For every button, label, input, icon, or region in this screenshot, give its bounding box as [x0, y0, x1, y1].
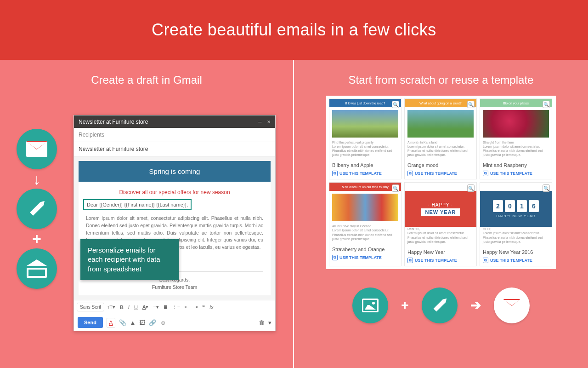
- template-caption: Straight from the farmLorem ipsum dolor …: [480, 140, 552, 160]
- more-icon[interactable]: ▾: [268, 319, 271, 326]
- template-card[interactable]: 🔍2016HAPPY NEW YEARHi <>,Lorem ipsum dol…: [480, 182, 552, 266]
- template-strip: 50% discount on our trips to Italy: [329, 183, 401, 191]
- template-strip: Bio on your plates: [480, 99, 552, 107]
- zoom-icon[interactable]: 🔍: [543, 101, 550, 108]
- arrow-down-icon: ↓: [33, 171, 41, 187]
- emoji-icon[interactable]: ☺: [160, 319, 166, 326]
- use-template-button[interactable]: ⧉USE THIS TEMPLATE: [329, 171, 401, 179]
- template-thumb: [407, 110, 474, 138]
- copy-icon: ⧉: [483, 171, 488, 176]
- image-insert-icon[interactable]: 🖼: [139, 319, 145, 326]
- template-grid: 🔍If it was just down the road?Find the p…: [326, 96, 556, 269]
- newsletter-heading: Spring is coming: [79, 161, 271, 182]
- template-card[interactable]: 🔍Bio on your platesStraight from the far…: [480, 98, 552, 179]
- workflow-steps: ↓ +: [14, 129, 60, 289]
- compose-title: Newsletter at Furniture store: [79, 119, 148, 125]
- page-title: Create beautiful emails in a few clicks: [152, 20, 436, 40]
- merge-token-greeting: Dear {{Gender}} {{First name}} {{Last na…: [83, 199, 192, 210]
- use-template-button[interactable]: ⧉USE THIS TEMPLATE: [405, 171, 476, 179]
- use-template-button[interactable]: ⧉USE THIS TEMPLATE: [405, 258, 476, 266]
- plus-icon: +: [32, 231, 41, 247]
- align-icon[interactable]: ≡▾: [151, 303, 160, 311]
- recipients-field[interactable]: Recipients: [74, 128, 275, 142]
- indent-left-icon[interactable]: ⇤: [183, 303, 191, 311]
- send-bar: Send A 📎 ▲ 🖼 🔗 ☺ 🗑 ▾: [74, 314, 275, 331]
- formatting-toolbar: Sans Serif тT▾ B I U A▾ ≡▾ ≣ ⋮≡ ⇤ ⇥ ❝ Ix: [74, 300, 275, 314]
- font-family-select[interactable]: Sans Serif: [77, 303, 104, 311]
- template-strip: [405, 183, 476, 191]
- personalize-callout: Personalize emails for each recipient wi…: [80, 239, 179, 280]
- compose-titlebar[interactable]: Newsletter at Furniture store – ×: [74, 115, 275, 128]
- left-column: Create a draft in Gmail ↓ + Newsletter a…: [0, 60, 294, 368]
- edit-icon: [422, 288, 458, 323]
- template-strip: What about going on a jaunt?: [405, 99, 476, 107]
- arrow-right-icon: ➔: [470, 298, 481, 313]
- numbered-list-icon[interactable]: ≣: [162, 303, 170, 311]
- copy-icon: ⧉: [332, 255, 338, 260]
- template-strip: [480, 183, 552, 191]
- template-name: Happy New Year 2016: [480, 247, 552, 258]
- use-template-button[interactable]: ⧉USE THIS TEMPLATE: [480, 171, 552, 179]
- content: Create a draft in Gmail ↓ + Newsletter a…: [0, 60, 588, 368]
- template-card[interactable]: 🔍If it was just down the road?Find the p…: [329, 98, 401, 179]
- edit-icon: [17, 189, 57, 229]
- font-style-icon[interactable]: A: [107, 318, 115, 328]
- minimize-icon[interactable]: –: [258, 118, 261, 125]
- zoom-icon[interactable]: 🔍: [467, 184, 475, 192]
- template-thumb: [332, 194, 398, 221]
- template-name: Orange mood: [405, 160, 476, 171]
- template-thumb: [332, 110, 398, 138]
- drive-icon[interactable]: ▲: [130, 319, 136, 326]
- use-template-button[interactable]: ⧉USE THIS TEMPLATE: [329, 255, 401, 263]
- plus-icon: +: [401, 298, 408, 313]
- close-icon[interactable]: ×: [267, 118, 271, 125]
- template-name: Happy New Year: [405, 247, 476, 258]
- link-icon[interactable]: 🔗: [149, 319, 156, 326]
- font-size-icon[interactable]: тT▾: [105, 303, 117, 311]
- use-template-button[interactable]: ⧉USE THIS TEMPLATE: [480, 258, 552, 266]
- copy-icon: ⧉: [407, 171, 413, 176]
- template-thumb: 2016HAPPY NEW YEAR: [480, 191, 552, 227]
- template-thumb: · HAPPY ·NEW YEAR: [405, 191, 476, 227]
- template-card[interactable]: 🔍· HAPPY ·NEW YEARDear <>,Lorem ipsum do…: [404, 182, 477, 266]
- underline-icon[interactable]: U: [132, 303, 140, 311]
- template-name: Strawberry and Orange: [329, 244, 401, 255]
- zoom-icon[interactable]: 🔍: [392, 101, 399, 108]
- copy-icon: ⧉: [332, 171, 338, 176]
- template-caption: A month in Kara landLorem ipsum dolor si…: [405, 140, 476, 160]
- trash-icon[interactable]: 🗑: [259, 319, 265, 326]
- text-color-icon[interactable]: A▾: [141, 303, 150, 311]
- template-card[interactable]: 🔍50% discount on our trips to ItalyAll i…: [329, 182, 401, 266]
- left-heading: Create a draft in Gmail: [9, 74, 284, 86]
- template-name: Mint and Raspberry: [480, 160, 552, 171]
- gmail-icon: [494, 288, 530, 323]
- right-column: Start from scratch or reuse a template 🔍…: [294, 60, 588, 368]
- zoom-icon[interactable]: 🔍: [543, 184, 550, 192]
- clear-format-icon[interactable]: Ix: [208, 303, 215, 311]
- attach-icon[interactable]: 📎: [119, 319, 126, 326]
- template-card[interactable]: 🔍What about going on a jaunt?A month in …: [404, 98, 477, 179]
- template-caption: All inclusive stay in OceaneLorem ipsum …: [329, 224, 401, 243]
- indent-right-icon[interactable]: ⇥: [192, 303, 199, 311]
- bold-icon[interactable]: B: [118, 303, 125, 311]
- template-caption: Hi <>,Lorem ipsum dolor sit amet consect…: [480, 227, 552, 246]
- newsletter-subheading: Discover all our special offers for new …: [79, 182, 271, 199]
- copy-icon: ⧉: [483, 258, 488, 263]
- right-heading: Start from scratch or reuse a template: [303, 74, 579, 86]
- zoom-icon[interactable]: 🔍: [467, 101, 475, 108]
- gmail-icon: [17, 129, 57, 169]
- zoom-icon[interactable]: 🔍: [392, 184, 399, 192]
- header: Create beautiful emails in a few clicks: [0, 0, 588, 60]
- template-thumb: [483, 110, 549, 138]
- subject-field[interactable]: Newsletter at Furniture store: [74, 142, 275, 156]
- open-mail-icon: [17, 248, 57, 289]
- quote-icon[interactable]: ❝: [200, 303, 207, 311]
- workflow-row: + ➔: [303, 288, 579, 323]
- send-button[interactable]: Send: [78, 317, 103, 328]
- copy-icon: ⧉: [407, 258, 413, 263]
- template-strip: If it was just down the road?: [329, 99, 401, 107]
- bulleted-list-icon[interactable]: ⋮≡: [170, 303, 182, 311]
- template-caption: Find the perfect real propertyLorem ipsu…: [329, 140, 401, 160]
- italic-icon[interactable]: I: [126, 303, 131, 311]
- template-name: Bilberry and Apple: [329, 160, 401, 171]
